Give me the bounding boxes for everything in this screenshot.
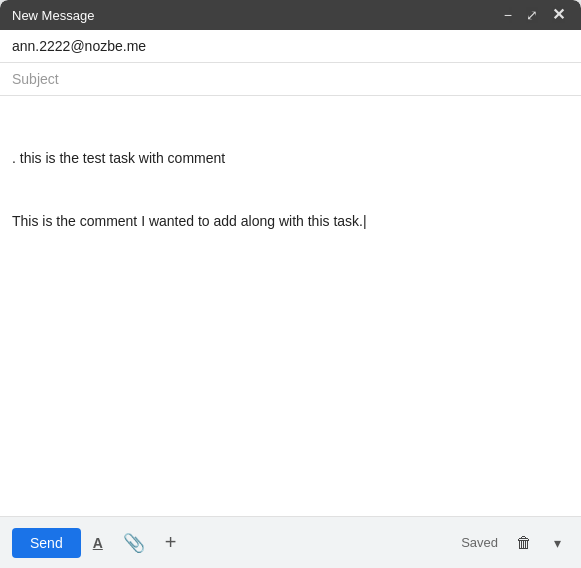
close-icon: ✕ — [552, 7, 565, 23]
minimize-button[interactable]: − — [500, 6, 516, 24]
footer-left: Send A 📎 + — [12, 525, 185, 560]
body-content: . this is the test task with comment Thi… — [12, 106, 569, 274]
body-line2: This is the comment I wanted to add alon… — [12, 211, 569, 232]
plus-icon: + — [165, 531, 177, 554]
minimize-icon: − — [504, 8, 512, 22]
format-text-button[interactable]: A — [85, 529, 111, 557]
trash-icon: 🗑 — [516, 534, 532, 552]
more-options-button[interactable]: ▾ — [546, 529, 569, 557]
compose-window: New Message − ⤢ ✕ . this is the test tas… — [0, 0, 581, 568]
chevron-down-icon: ▾ — [554, 535, 561, 551]
attach-button[interactable]: 📎 — [115, 526, 153, 560]
resize-button[interactable]: ⤢ — [522, 6, 542, 24]
subject-input[interactable] — [12, 71, 569, 87]
header-actions: − ⤢ ✕ — [500, 5, 569, 25]
footer-right: Saved 🗑 ▾ — [461, 528, 569, 558]
more-insert-button[interactable]: + — [157, 525, 185, 560]
compose-header: New Message − ⤢ ✕ — [0, 0, 581, 30]
subject-field-container — [0, 63, 581, 96]
delete-button[interactable]: 🗑 — [508, 528, 540, 558]
to-input[interactable] — [12, 38, 569, 54]
resize-icon: ⤢ — [526, 8, 538, 22]
body-line1: . this is the test task with comment — [12, 148, 569, 169]
to-field-container — [0, 30, 581, 63]
attach-icon: 📎 — [123, 532, 145, 554]
close-button[interactable]: ✕ — [548, 5, 569, 25]
format-text-icon: A — [93, 535, 103, 551]
compose-body[interactable]: . this is the test task with comment Thi… — [0, 96, 581, 516]
send-button[interactable]: Send — [12, 528, 81, 558]
compose-title: New Message — [12, 8, 94, 23]
saved-label: Saved — [461, 535, 498, 550]
compose-footer: Send A 📎 + Saved 🗑 ▾ — [0, 516, 581, 568]
